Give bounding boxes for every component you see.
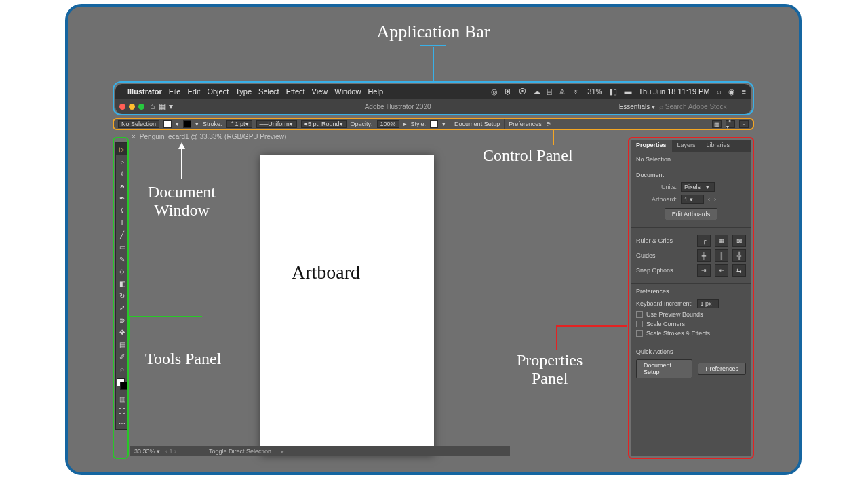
panel-menu-icon[interactable]: ≡: [739, 120, 749, 128]
snap-pixel-icon[interactable]: ⇥: [697, 264, 711, 277]
diagram-frame: Application Bar Illustrator File Edit Ob…: [65, 4, 802, 475]
notifications-icon[interactable]: ≡: [742, 87, 746, 96]
edit-toolbar-icon[interactable]: ⋯: [116, 417, 128, 429]
arrange-documents-icon[interactable]: ▦ ▾: [159, 102, 172, 111]
annot-line: [420, 45, 446, 46]
document-setup-button[interactable]: Document Setup: [454, 121, 500, 127]
opacity-value[interactable]: 100%: [377, 120, 399, 128]
scale-tool[interactable]: ⤢: [116, 302, 128, 314]
snap-grid-icon[interactable]: ⇆: [732, 264, 746, 277]
siri-icon[interactable]: ◉: [728, 87, 735, 96]
gradient-tool[interactable]: ▤: [116, 338, 128, 350]
workspace-switcher[interactable]: Essentials ▾: [619, 103, 655, 110]
lasso-tool[interactable]: ʚ: [116, 180, 128, 192]
annot-line: [556, 325, 557, 350]
brush-definition[interactable]: ● 5 pt. Round ▾: [301, 120, 347, 128]
stroke-profile[interactable]: ── Uniform ▾: [256, 120, 297, 128]
dropdown-icon[interactable]: ▾: [442, 121, 446, 127]
quick-preferences-button[interactable]: Preferences: [698, 363, 746, 375]
guides-show-icon[interactable]: ╪: [697, 249, 711, 262]
transform-icon[interactable]: ⇥ ▾: [726, 120, 735, 128]
type-tool[interactable]: T: [116, 216, 128, 228]
status-icon[interactable]: ⦿: [519, 87, 526, 96]
menu-type[interactable]: Type: [235, 87, 252, 96]
cloud-icon[interactable]: ☁: [533, 87, 540, 96]
menu-select[interactable]: Select: [258, 87, 279, 96]
scale-strokes-effects-checkbox[interactable]: Scale Strokes & Effects: [636, 330, 746, 337]
align-icon[interactable]: ▦: [712, 120, 722, 128]
preferences-button[interactable]: Preferences: [509, 121, 542, 127]
use-preview-bounds-checkbox[interactable]: Use Preview Bounds: [636, 311, 746, 318]
rectangle-tool[interactable]: ▭: [116, 241, 128, 253]
status-icon[interactable]: ⛨: [505, 87, 512, 96]
menu-edit[interactable]: Edit: [187, 87, 200, 96]
transparency-grid-icon[interactable]: ▩: [732, 235, 746, 247]
status-icon[interactable]: ◎: [491, 87, 498, 96]
eyedropper-tool[interactable]: ✐: [116, 350, 128, 363]
width-tool[interactable]: ⋑: [116, 314, 128, 326]
menu-effect[interactable]: Effect: [286, 87, 305, 96]
eraser-tool[interactable]: ◧: [116, 277, 128, 289]
wifi-icon[interactable]: ᯤ: [573, 87, 580, 96]
fill-stroke-control[interactable]: [116, 378, 128, 392]
dropdown-icon[interactable]: ▾: [176, 121, 179, 127]
free-transform-tool[interactable]: ✥: [116, 326, 128, 338]
control-panel: No Selection ▾ ▾ Stroke: ⌃ 1 pt ▾ ── Uni…: [113, 118, 754, 130]
paintbrush-tool[interactable]: ✎: [116, 253, 128, 265]
selection-tool[interactable]: ▷: [116, 143, 128, 155]
battery-icon[interactable]: ▮▯: [609, 87, 617, 96]
next-artboard-icon[interactable]: ›: [714, 196, 716, 203]
zoom-level[interactable]: 33.33% ▾: [134, 448, 160, 455]
artboard-dropdown[interactable]: 1 ▾: [681, 195, 704, 204]
scale-corners-checkbox[interactable]: Scale Corners: [636, 321, 746, 327]
fill-swatch[interactable]: [163, 120, 172, 128]
magic-wand-tool[interactable]: ✧: [116, 167, 128, 180]
pen-tool[interactable]: ✒: [116, 192, 128, 204]
menu-view[interactable]: View: [312, 87, 328, 96]
app-menu[interactable]: Illustrator: [127, 87, 162, 96]
ruler-icon[interactable]: ┍: [697, 235, 711, 247]
screen-mode-icon[interactable]: ⛶: [116, 405, 128, 417]
window-controls[interactable]: [119, 104, 144, 110]
edit-artboards-button[interactable]: Edit Artboards: [665, 208, 718, 220]
rotate-tool[interactable]: ↻: [116, 289, 128, 302]
menu-object[interactable]: Object: [207, 87, 229, 96]
zoom-tool[interactable]: ⌕: [116, 363, 128, 375]
keyboard-increment-input[interactable]: 1 px: [697, 299, 719, 308]
stroke-weight[interactable]: ⌃ 1 pt ▾: [226, 120, 252, 128]
smart-guides-icon[interactable]: ╬: [732, 249, 746, 262]
battery-percent[interactable]: 31%: [587, 87, 602, 96]
dropdown-icon[interactable]: ⚞: [546, 121, 551, 127]
graphic-style-swatch[interactable]: [430, 120, 438, 128]
display-icon[interactable]: ⌸: [547, 87, 552, 96]
dropdown-icon[interactable]: ▸: [403, 121, 407, 127]
tab-layers[interactable]: Layers: [672, 140, 701, 152]
menu-window[interactable]: Window: [334, 87, 361, 96]
clock[interactable]: Thu Jun 18 11:19 PM: [638, 87, 709, 96]
search-adobe-stock[interactable]: ⌕ Search Adobe Stock: [659, 103, 747, 110]
flag-icon[interactable]: ▬: [624, 87, 631, 96]
direct-selection-tool[interactable]: ▹: [116, 155, 128, 167]
curvature-tool[interactable]: ⤹: [116, 204, 128, 216]
units-dropdown[interactable]: Pixels ▾: [681, 182, 715, 192]
stroke-swatch[interactable]: [183, 120, 191, 128]
prev-artboard-icon[interactable]: ‹: [708, 196, 710, 203]
snap-point-icon[interactable]: ⇤: [715, 264, 728, 277]
color-mode-icon[interactable]: ▥: [116, 392, 128, 405]
shaper-tool[interactable]: ◇: [116, 265, 128, 277]
guides-lock-icon[interactable]: ╫: [715, 249, 728, 262]
artboard[interactable]: [260, 155, 434, 454]
close-tab-icon[interactable]: ×: [132, 133, 136, 140]
grid-icon[interactable]: ▦: [715, 235, 728, 247]
dropdown-icon[interactable]: ▾: [195, 121, 199, 127]
menu-file[interactable]: File: [169, 87, 181, 96]
airplay-icon[interactable]: ⩓: [559, 87, 566, 96]
tab-libraries[interactable]: Libraries: [701, 140, 736, 152]
spotlight-icon[interactable]: ⌕: [717, 87, 722, 96]
document-tab[interactable]: × Penguin_ecard1 @ 33.33% (RGB/GPU Previ…: [132, 133, 286, 140]
tab-properties[interactable]: Properties: [631, 140, 672, 152]
home-icon[interactable]: ⌂: [150, 102, 155, 111]
menu-help[interactable]: Help: [368, 87, 383, 96]
quick-document-setup-button[interactable]: Document Setup: [636, 359, 692, 378]
line-tool[interactable]: ╱: [116, 228, 128, 241]
